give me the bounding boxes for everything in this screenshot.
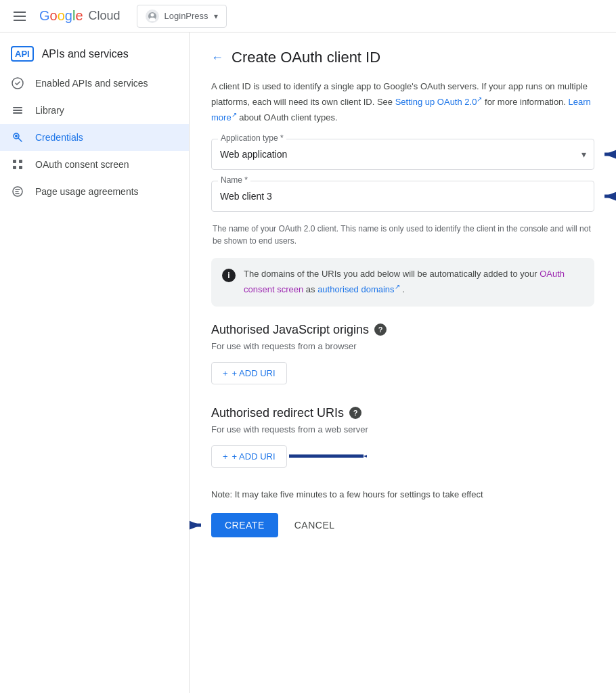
project-name: LoginPress <box>164 11 208 21</box>
redirect-uris-title: Authorised redirect URIs ? <box>211 406 594 420</box>
info-text: The domains of the URIs you add below wi… <box>244 267 584 297</box>
name-field: Name * Web client 3 <box>211 181 594 212</box>
info-icon: i <box>222 269 236 282</box>
arrow-annotation-4 <box>190 515 204 535</box>
svg-rect-5 <box>13 110 22 111</box>
library-icon <box>11 104 24 117</box>
name-label: Name * <box>218 175 250 185</box>
sidebar-item-credentials[interactable]: Credentials <box>0 124 189 151</box>
action-buttons: CREATE CANCEL <box>211 513 594 537</box>
add-uri-js-label: + ADD URI <box>232 368 276 378</box>
add-uri-redirect-button[interactable]: + + ADD URI <box>211 445 287 468</box>
project-avatar <box>146 9 159 23</box>
library-label: Library <box>35 105 64 116</box>
cloud-label: Cloud <box>89 9 120 23</box>
svg-rect-6 <box>13 112 22 114</box>
sidebar-item-enabled[interactable]: Enabled APIs and services <box>0 70 189 97</box>
credentials-icon <box>11 131 24 144</box>
setup-oauth-link[interactable]: Setting up OAuth 2.0 <box>395 97 477 107</box>
layout: API APIs and services Enabled APIs and s… <box>0 32 616 693</box>
google-cloud-logo: Google Cloud <box>39 8 120 24</box>
js-origins-title: Authorised JavaScript origins ? <box>211 323 594 337</box>
consent-icon <box>11 158 24 171</box>
credentials-label: Credentials <box>35 132 83 143</box>
add-uri-js-button[interactable]: + + ADD URI <box>211 362 287 384</box>
js-origins-desc: For use with requests from a browser <box>211 341 594 351</box>
sidebar-title: APIs and services <box>42 48 129 60</box>
main-content: ← Create OAuth client ID A client ID is … <box>190 32 616 693</box>
arrow-annotation-3 <box>286 446 367 466</box>
application-type-label: Application type * <box>218 133 286 143</box>
application-type-select-wrapper: Web application Android iOS Desktop app … <box>211 139 594 170</box>
sidebar-api-header: API APIs and services <box>0 38 189 70</box>
plus-icon-2: + <box>223 451 228 462</box>
svg-point-1 <box>150 13 154 16</box>
arrow-annotation-1 <box>601 144 616 164</box>
note-text: Note: It may take five minutes to a few … <box>211 489 594 499</box>
page-title: Create OAuth client ID <box>232 49 380 66</box>
svg-point-8 <box>15 135 18 137</box>
authorised-domains-link[interactable]: authorised domains <box>317 284 394 294</box>
svg-rect-9 <box>13 160 16 163</box>
page-usage-icon <box>11 185 24 198</box>
redirect-uris-section: Authorised redirect URIs ? For use with … <box>211 406 594 468</box>
name-hint: The name of your OAuth 2.0 client. This … <box>211 223 594 247</box>
back-button[interactable]: ← <box>211 51 223 65</box>
info-box: i The domains of the URIs you add below … <box>211 258 594 307</box>
cancel-button[interactable]: CANCEL <box>284 513 346 537</box>
sidebar: API APIs and services Enabled APIs and s… <box>0 32 190 693</box>
svg-rect-10 <box>19 160 22 163</box>
arrow-annotation-2 <box>601 186 616 206</box>
plus-icon-1: + <box>223 368 228 378</box>
add-uri-redirect-label: + ADD URI <box>232 451 276 462</box>
create-button[interactable]: CREATE <box>211 513 278 537</box>
svg-rect-12 <box>19 166 22 169</box>
page-description: A client ID is used to identify a single… <box>211 80 594 125</box>
name-input[interactable]: Web client 3 <box>211 181 594 212</box>
js-origins-section: Authorised JavaScript origins ? For use … <box>211 323 594 384</box>
svg-rect-11 <box>13 166 16 169</box>
svg-rect-4 <box>13 107 22 108</box>
consent-label: OAuth consent screen <box>35 159 129 170</box>
sidebar-item-page-usage[interactable]: Page usage agreements <box>0 178 189 205</box>
sidebar-item-consent[interactable]: OAuth consent screen <box>0 151 189 178</box>
application-type-select[interactable]: Web application Android iOS Desktop app … <box>211 139 594 170</box>
topbar: Google Cloud LoginPress ▾ <box>0 0 616 32</box>
chevron-down-icon: ▾ <box>214 12 218 21</box>
hamburger-menu[interactable] <box>11 9 28 24</box>
redirect-uris-desc: For use with requests from a web server <box>211 424 594 434</box>
redirect-uris-help-icon[interactable]: ? <box>349 407 361 419</box>
project-selector[interactable]: LoginPress ▾ <box>137 5 227 28</box>
application-type-field: Application type * Web application Andro… <box>211 139 594 170</box>
sidebar-item-library[interactable]: Library <box>0 97 189 124</box>
page-header: ← Create OAuth client ID <box>211 49 594 66</box>
page-usage-label: Page usage agreements <box>35 186 139 197</box>
enabled-apis-icon <box>11 76 24 90</box>
api-badge: API <box>11 46 34 62</box>
js-origins-help-icon[interactable]: ? <box>374 323 387 336</box>
enabled-apis-label: Enabled APIs and services <box>35 78 148 89</box>
